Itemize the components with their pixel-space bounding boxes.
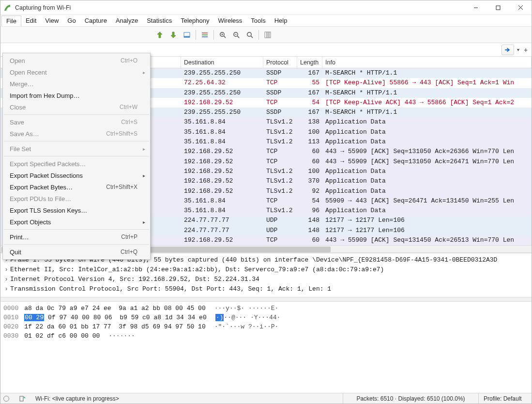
detail-line: ›Ethernet II, Src: IntelCor_a1:a2:bb (24… bbox=[2, 265, 530, 275]
zoom-out-button[interactable] bbox=[230, 29, 243, 41]
menu-item: Save As…Ctrl+Shift+S bbox=[3, 128, 150, 140]
autoscroll-button[interactable] bbox=[181, 29, 193, 41]
zoom-in-button[interactable] bbox=[216, 29, 229, 41]
menu-analyze[interactable]: Analyze bbox=[111, 16, 142, 26]
menu-view[interactable]: View bbox=[41, 16, 63, 26]
menu-go[interactable]: Go bbox=[63, 16, 80, 26]
menu-capture[interactable]: Capture bbox=[80, 16, 111, 26]
zoom-reset-button[interactable] bbox=[243, 29, 256, 41]
packet-bytes[interactable]: 0000a8 da 0c 79 a9 e7 24 ee 9a a1 a2 bb … bbox=[0, 302, 532, 393]
detail-line: ›Internet Protocol Version 4, Src: 192.1… bbox=[2, 275, 530, 284]
menu-item[interactable]: Export Packet Dissections▸ bbox=[3, 170, 150, 181]
window-title: Capturing from Wi-Fi bbox=[15, 4, 71, 11]
menu-help[interactable]: Help bbox=[270, 16, 292, 26]
maximize-button[interactable] bbox=[487, 0, 509, 15]
minimize-button[interactable] bbox=[465, 0, 487, 15]
menu-item: Merge… bbox=[3, 78, 150, 90]
status-bar: Wi-Fi: <live capture in progress> Packet… bbox=[0, 393, 532, 404]
close-button[interactable] bbox=[509, 0, 532, 15]
menu-item: SaveCtrl+S bbox=[3, 116, 150, 128]
menu-wireless[interactable]: Wireless bbox=[213, 16, 246, 26]
svg-rect-8 bbox=[202, 36, 208, 37]
svg-rect-7 bbox=[202, 34, 208, 35]
status-profile[interactable]: Profile: Default bbox=[478, 393, 532, 404]
filter-apply-button[interactable] bbox=[502, 45, 514, 55]
menu-bar: File Edit View Go Capture Analyze Statis… bbox=[0, 15, 532, 27]
col-proto[interactable]: Protocol bbox=[263, 57, 297, 68]
menu-edit[interactable]: Edit bbox=[21, 16, 41, 26]
svg-rect-18 bbox=[265, 32, 267, 38]
app-icon bbox=[3, 4, 11, 12]
menu-item: Open Recent▸ bbox=[3, 66, 150, 78]
filter-history-dropdown[interactable]: ▾ bbox=[515, 45, 521, 55]
menu-item[interactable]: QuitCtrl+Q bbox=[3, 246, 150, 258]
status-packets: Packets: 6510 · Displayed: 6510 (100.0%) bbox=[343, 393, 478, 404]
svg-rect-21 bbox=[20, 396, 23, 401]
svg-rect-6 bbox=[202, 32, 208, 33]
expert-info-icon[interactable] bbox=[3, 396, 9, 402]
menu-item: CloseCtrl+W bbox=[3, 101, 150, 113]
menu-item: Export PDUs to File… bbox=[3, 193, 150, 204]
splitter[interactable] bbox=[0, 297, 532, 302]
menu-item[interactable]: Export Packet Bytes…Ctrl+Shift+X bbox=[3, 181, 150, 193]
filter-add-button[interactable]: + bbox=[522, 46, 530, 54]
menu-item[interactable]: Import from Hex Dump… bbox=[3, 90, 150, 101]
file-menu-dropdown: OpenCtrl+OOpen Recent▸Merge…Import from … bbox=[2, 53, 151, 260]
svg-line-14 bbox=[237, 36, 239, 38]
expand-icon[interactable]: › bbox=[2, 275, 10, 284]
expand-icon[interactable]: › bbox=[2, 265, 10, 275]
svg-rect-1 bbox=[496, 6, 500, 10]
col-dest[interactable]: Destination bbox=[181, 57, 263, 68]
menu-telephony[interactable]: Telephony bbox=[176, 16, 213, 26]
col-length[interactable]: Length bbox=[297, 57, 322, 68]
menu-tools[interactable]: Tools bbox=[246, 16, 270, 26]
colorize-button[interactable] bbox=[198, 29, 211, 41]
svg-point-16 bbox=[247, 32, 251, 36]
svg-rect-20 bbox=[269, 32, 271, 38]
go-to-packet-button[interactable] bbox=[153, 29, 166, 41]
title-bar: Capturing from Wi-Fi bbox=[0, 0, 532, 15]
status-interface: Wi-Fi: <live capture in progress> bbox=[30, 393, 124, 404]
go-to-first-button[interactable] bbox=[167, 29, 180, 41]
menu-item[interactable]: Print…Ctrl+P bbox=[3, 231, 150, 243]
menu-item[interactable]: Export Objects▸ bbox=[3, 216, 150, 228]
svg-line-17 bbox=[251, 36, 253, 38]
resize-columns-button[interactable] bbox=[261, 29, 274, 41]
menu-statistics[interactable]: Statistics bbox=[142, 16, 176, 26]
toolbar bbox=[0, 27, 532, 43]
menu-item: Export Specified Packets… bbox=[3, 158, 150, 170]
svg-line-10 bbox=[224, 36, 226, 38]
menu-item: File Set▸ bbox=[3, 143, 150, 155]
menu-file[interactable]: File bbox=[1, 16, 21, 26]
detail-line: ›Transmission Control Protocol, Src Port… bbox=[2, 284, 530, 294]
menu-item: OpenCtrl+O bbox=[3, 55, 150, 66]
menu-item[interactable]: Export TLS Session Keys… bbox=[3, 204, 150, 216]
expand-icon[interactable]: › bbox=[2, 284, 10, 294]
col-info[interactable]: Info bbox=[322, 57, 532, 68]
svg-rect-19 bbox=[267, 32, 269, 38]
capture-file-props-button[interactable] bbox=[14, 393, 30, 404]
